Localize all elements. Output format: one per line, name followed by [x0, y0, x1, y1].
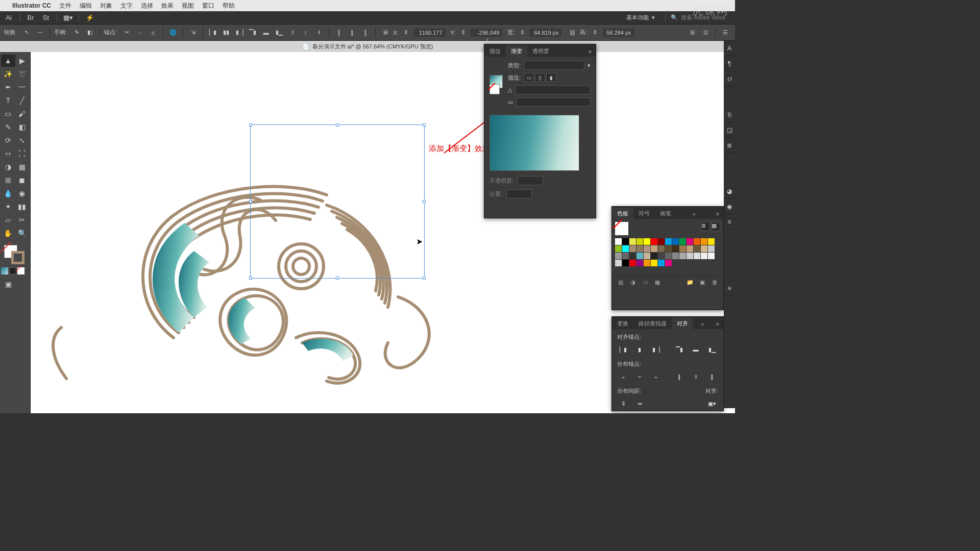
panel-menu-icon[interactable]: ≡: [584, 46, 596, 57]
swatch-cell[interactable]: [694, 253, 700, 259]
zoom-tool[interactable]: 🔍: [15, 227, 30, 239]
swatch-cell[interactable]: [644, 238, 650, 245]
swatch-cell[interactable]: [644, 245, 650, 252]
dist-vspace-icon[interactable]: ⇕: [617, 398, 629, 409]
swatch-cell[interactable]: [658, 238, 665, 245]
tab-opacity[interactable]: 透明度: [527, 45, 554, 57]
panel-menu-icon[interactable]: ≡: [712, 209, 723, 219]
x-value[interactable]: 1160.177: [414, 29, 446, 37]
dist-bottom-icon[interactable]: ⫠: [650, 371, 662, 382]
swatch-cell[interactable]: [615, 245, 622, 252]
menu-help[interactable]: 帮助: [223, 2, 235, 10]
gradient-type-select[interactable]: [524, 61, 584, 70]
swatch-cell[interactable]: [687, 245, 693, 252]
handle-bl[interactable]: [249, 277, 252, 280]
swatch-cell[interactable]: [651, 260, 657, 266]
swatch-cell[interactable]: [615, 253, 622, 259]
h-stepper-icon[interactable]: ⇕: [590, 27, 601, 38]
ref-point-icon[interactable]: ⊞: [380, 27, 391, 38]
menu-type[interactable]: 文字: [120, 2, 133, 10]
swatch-cell[interactable]: [694, 238, 700, 245]
color-mode-icon[interactable]: [9, 267, 16, 274]
swatch-cell[interactable]: [665, 260, 672, 266]
swatch-cell[interactable]: [651, 245, 657, 252]
list-view-icon[interactable]: ≣: [701, 222, 710, 231]
menu-effect[interactable]: 效果: [161, 2, 174, 10]
selection-bounding-box[interactable]: [250, 124, 425, 279]
swatch-cell[interactable]: [629, 245, 636, 252]
dock-opentype-icon[interactable]: 𝑂: [724, 71, 735, 87]
swatch-cell[interactable]: [665, 245, 672, 252]
swatch-fill-stroke[interactable]: [615, 222, 628, 235]
slice-tool[interactable]: ✂: [15, 214, 30, 226]
gradient-opacity-field[interactable]: [518, 176, 543, 185]
convert-smooth-icon[interactable]: 〰: [34, 27, 45, 38]
selection-tool[interactable]: ▲: [1, 55, 15, 67]
menu-view[interactable]: 视图: [182, 2, 194, 10]
menu-select[interactable]: 选择: [141, 2, 153, 10]
align-top-icon[interactable]: ▔▮: [673, 344, 685, 355]
delete-swatch-icon[interactable]: 🗑: [710, 278, 719, 286]
swatch-cell[interactable]: [622, 260, 629, 266]
swatch-cell[interactable]: [658, 253, 665, 259]
swatch-cell[interactable]: [687, 238, 693, 245]
pen-tool[interactable]: ✒: [1, 81, 15, 93]
scale-tool[interactable]: ⤡: [15, 134, 30, 146]
swatch-lib-icon[interactable]: ▥: [616, 278, 625, 286]
anchor-remove-icon[interactable]: ✂: [121, 27, 132, 38]
h-value[interactable]: 58.284 px: [603, 29, 634, 37]
panel-close-icon[interactable]: ×: [486, 37, 488, 42]
opt-a-icon[interactable]: ⊟: [687, 27, 698, 38]
swatch-cell[interactable]: [615, 238, 622, 245]
curvature-tool[interactable]: 〰: [15, 81, 30, 93]
dock-graphic-icon[interactable]: ≡: [724, 214, 735, 230]
gradient-aspect-field[interactable]: [516, 97, 591, 107]
align-vcenter-icon[interactable]: ▬: [690, 344, 702, 355]
dist-hcenter-icon[interactable]: ⫴: [690, 371, 702, 382]
w-stepper-icon[interactable]: ⇕: [517, 27, 528, 38]
gradient-ramp[interactable]: [489, 115, 579, 171]
symbol-spray-tool[interactable]: ✦: [1, 201, 15, 213]
stroke-grad-c-icon[interactable]: ▮: [546, 73, 556, 82]
y-value[interactable]: -296.049: [471, 29, 502, 37]
swatches-panel[interactable]: 色板 符号 画笔 » ≡ ≣ ▦ ▥ ◑ ⬭ ▦ 📁 ▣ 🗑: [611, 206, 724, 310]
dist-v3-icon[interactable]: ║: [360, 27, 371, 38]
swatch-cell[interactable]: [622, 245, 629, 252]
swatch-cell[interactable]: [708, 245, 715, 252]
swatch-cell[interactable]: [701, 238, 707, 245]
fill-stroke-indicator[interactable]: [1, 244, 29, 265]
dock-stroke-icon[interactable]: ≡: [724, 281, 735, 296]
align-bottom-icon[interactable]: ▮▁: [706, 344, 718, 355]
stroke-grad-b-icon[interactable]: ▯: [535, 73, 545, 82]
tab-stroke[interactable]: 描边: [484, 45, 506, 57]
width-tool[interactable]: ⇿: [1, 147, 15, 160]
dist-left-icon[interactable]: ‖: [673, 371, 685, 382]
swatch-cell[interactable]: [679, 238, 686, 245]
dist-hspace-icon[interactable]: ⇔: [633, 398, 646, 409]
swatch-cell[interactable]: [629, 238, 636, 245]
align-m-icon[interactable]: ▬: [260, 27, 272, 38]
gradient-angle-field[interactable]: [515, 85, 591, 94]
type-tool[interactable]: T: [1, 94, 15, 107]
shape-builder-tool[interactable]: ◑: [1, 161, 15, 173]
new-group-icon[interactable]: 📁: [685, 278, 695, 286]
dist-right-icon[interactable]: ‖: [706, 371, 718, 382]
search-stock[interactable]: 🔍 搜索 Adobe Stock: [671, 14, 732, 21]
w-value[interactable]: 64.819 px: [530, 29, 561, 37]
handle-mr[interactable]: [423, 200, 426, 203]
swatch-cell[interactable]: [658, 245, 665, 252]
align-b-icon[interactable]: ▮▁: [274, 27, 285, 38]
line-tool[interactable]: ╱: [15, 94, 30, 107]
swatch-cell[interactable]: [708, 253, 715, 259]
artboard-tool[interactable]: ▱: [1, 214, 15, 226]
align-panel[interactable]: 变换 路径查找器 对齐 » ≡ 对齐锚点: ▏▮ ▮ ▮▕ ▔▮ ▬ ▮▁ 分布…: [611, 316, 724, 411]
blend-tool[interactable]: ◉: [15, 187, 30, 199]
dock-assets-icon[interactable]: ◲: [724, 122, 735, 138]
swatch-cell[interactable]: [636, 238, 643, 245]
lasso-tool[interactable]: ➰: [15, 68, 30, 80]
dock-properties-icon[interactable]: A: [724, 41, 735, 56]
align-r-icon[interactable]: ▮▕: [234, 27, 245, 38]
tab-align[interactable]: 对齐: [672, 318, 693, 329]
isolate-icon[interactable]: ⇲: [187, 27, 199, 38]
document-tab[interactable]: 📄 春分演示文件.ai* @ 567.64% (CMYK/GPU 预览): [0, 41, 735, 52]
